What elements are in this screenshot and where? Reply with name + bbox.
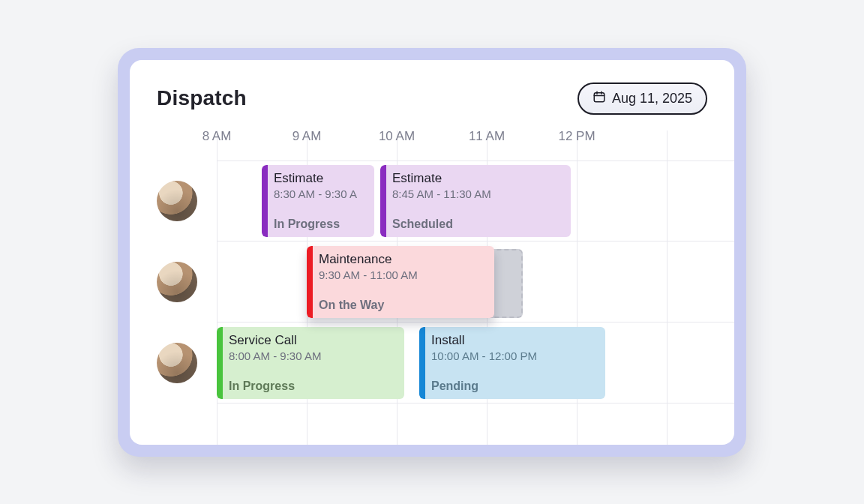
status-stripe [419, 327, 425, 399]
job-title: Install [431, 333, 598, 348]
time-label: 10 AM [379, 129, 415, 144]
date-picker-button[interactable]: Aug 11, 2025 [578, 82, 707, 115]
tech-avatar[interactable] [157, 262, 197, 302]
status-stripe [307, 246, 313, 318]
job-card-estimate-1[interactable]: Estimate 8:30 AM - 9:30 A In Progress [262, 165, 374, 237]
job-time: 8:30 AM - 9:30 A [274, 188, 367, 200]
job-status: In Progress [229, 380, 397, 393]
job-card-estimate-2[interactable]: Estimate 8:45 AM - 11:30 AM Scheduled [380, 165, 571, 237]
status-stripe [380, 165, 386, 237]
tablet-frame: Dispatch Aug 11, 2025 8 AM 9 AM 10 AM 11… [118, 48, 746, 457]
job-card-service-call[interactable]: Service Call 8:00 AM - 9:30 AM In Progre… [217, 327, 404, 399]
job-card-maintenance[interactable]: Maintenance 9:30 AM - 11:00 AM On the Wa… [307, 246, 494, 318]
status-stripe [217, 327, 223, 399]
row-divider [217, 160, 734, 161]
dispatch-rows: Estimate 8:30 AM - 9:30 A In Progress Es… [157, 160, 734, 445]
job-time: 8:45 AM - 11:30 AM [392, 188, 563, 200]
header: Dispatch Aug 11, 2025 [157, 82, 707, 115]
time-label: 8 AM [202, 129, 232, 144]
dispatch-row: Maintenance 9:30 AM - 11:00 AM On the Wa… [157, 242, 734, 322]
job-card-install[interactable]: Install 10:00 AM - 12:00 PM Pending [419, 327, 605, 399]
dispatch-panel: Dispatch Aug 11, 2025 8 AM 9 AM 10 AM 11… [130, 60, 734, 445]
job-status: On the Way [319, 298, 487, 312]
job-time: 10:00 AM - 12:00 PM [431, 350, 598, 362]
dispatch-row: Service Call 8:00 AM - 9:30 AM In Progre… [157, 322, 734, 404]
status-stripe [262, 165, 268, 237]
date-label: Aug 11, 2025 [612, 91, 692, 106]
job-status: Pending [431, 380, 598, 393]
time-label: 11 AM [469, 129, 505, 144]
tech-avatar[interactable] [157, 343, 197, 383]
job-status: In Progress [274, 218, 367, 231]
time-label: 9 AM [292, 129, 322, 144]
job-time: 9:30 AM - 11:00 AM [319, 268, 487, 281]
calendar-icon [592, 90, 606, 107]
svg-rect-0 [594, 92, 604, 101]
job-time: 8:00 AM - 9:30 AM [229, 350, 397, 362]
job-title: Estimate [274, 171, 367, 186]
tech-avatar[interactable] [157, 181, 197, 221]
row-divider [217, 403, 734, 404]
dispatch-row: Estimate 8:30 AM - 9:30 A In Progress Es… [157, 160, 734, 242]
page-title: Dispatch [157, 86, 247, 110]
timeline: 8 AM 9 AM 10 AM 11 AM 12 PM Estimate 8:3… [157, 130, 734, 445]
job-title: Estimate [392, 171, 563, 186]
job-title: Service Call [229, 333, 397, 348]
job-status: Scheduled [392, 218, 563, 231]
job-title: Maintenance [319, 252, 487, 267]
time-label: 12 PM [558, 129, 595, 144]
